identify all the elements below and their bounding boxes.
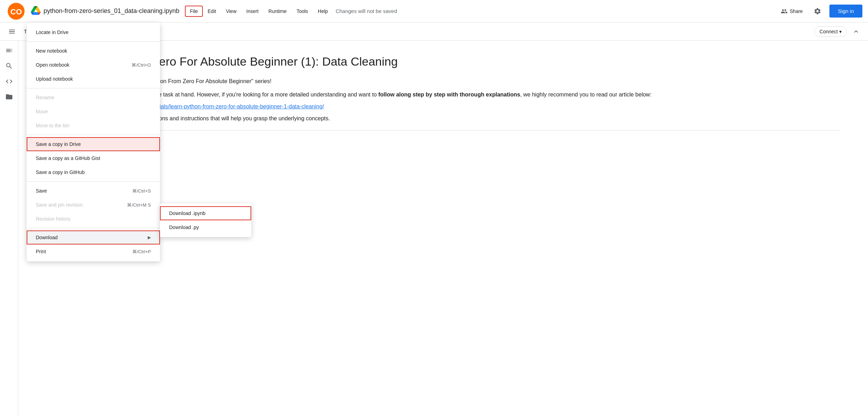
left-sidebar	[0, 41, 18, 416]
changes-warning: Changes will not be saved	[336, 8, 397, 14]
code-line2: Concatenation (combine string	[46, 157, 840, 163]
menu-item-save[interactable]: Save ⌘/Ctrl+S	[27, 184, 160, 198]
sidebar-icon-search[interactable]	[2, 59, 16, 73]
file-title: python-from-zero-series_01_data-cleaning…	[44, 7, 179, 15]
menu-item-move-to-bin: Move to the bin	[27, 119, 160, 133]
share-label: Share	[790, 8, 803, 14]
menu-item-save-github[interactable]: Save a copy in GitHub	[27, 165, 160, 179]
file-dropdown-menu: Locate in Drive New notebook Open notebo…	[27, 22, 160, 261]
menu-edit[interactable]: Edit	[203, 6, 221, 17]
menu-insert[interactable]: Insert	[241, 6, 263, 17]
menu-item-save-github-gist[interactable]: Save a copy as a GitHub Gist	[27, 151, 160, 165]
dropdown-divider-1	[27, 41, 160, 42]
sidebar-icon-variables[interactable]	[2, 74, 16, 88]
connect-button[interactable]: Connect ▾	[814, 26, 847, 37]
menu-item-download[interactable]: Download ▶	[27, 230, 160, 244]
notebook-title: Learn Python From Zero For Absolute Begi…	[46, 55, 840, 68]
colab-logo[interactable]: CO	[6, 1, 27, 22]
dropdown-divider-2	[27, 88, 160, 88]
collapse-button[interactable]	[850, 25, 862, 38]
sidebar-icon-files[interactable]	[2, 90, 16, 104]
menu-item-print[interactable]: Print ⌘/Ctrl+P	[27, 244, 160, 259]
download-submenu: Download .ipynb Download .py	[160, 203, 251, 237]
menu-help[interactable]: Help	[313, 6, 333, 17]
method-row: ▼ Method 1	[46, 137, 840, 147]
dropdown-divider-4	[27, 181, 160, 182]
menu-item-move: Move	[27, 105, 160, 119]
dropdown-divider-3	[27, 135, 160, 135]
sign-in-button[interactable]: Sign in	[829, 5, 862, 18]
notebook-para3: The article provides comprehensive expla…	[46, 114, 840, 123]
menu-bar: File Edit View Insert Runtime Tools Help…	[185, 6, 397, 17]
notebook-para2: Here, you'll find the completed full cod…	[46, 90, 840, 99]
toolbar-right: Connect ▾	[814, 25, 862, 38]
menu-item-new-notebook[interactable]: New notebook	[27, 44, 160, 58]
menu-file[interactable]: File	[185, 6, 203, 17]
top-bar-right: Share Sign in	[778, 5, 862, 18]
menu-item-save-copy-drive[interactable]: Save a copy in Drive	[27, 137, 160, 151]
connect-dropdown-icon: ▾	[839, 29, 842, 34]
menu-item-upload-notebook[interactable]: Upload notebook	[27, 72, 160, 86]
menu-item-revision-history: Revision history	[27, 212, 160, 226]
notebook-para1: Welcome to our first lesson of the "Lear…	[46, 77, 840, 86]
sidebar-icon-toc[interactable]	[2, 43, 16, 58]
menu-runtime[interactable]: Runtime	[263, 6, 292, 17]
submenu-item-download-py[interactable]: Download .py	[160, 220, 251, 234]
share-button[interactable]: Share	[778, 6, 806, 17]
download-submenu-arrow: ▶	[148, 235, 151, 240]
top-bar: CO python-from-zero-series_01_data-clean…	[0, 0, 868, 22]
menu-view[interactable]: View	[221, 6, 241, 17]
menu-item-save-pin-revision: Save and pin revision ⌘/Ctrl+M S	[27, 198, 160, 212]
drive-icon	[31, 6, 41, 16]
notebook-link[interactable]: 🔗 https://digitalhumanities.hkust.edu.hk…	[46, 103, 840, 110]
sidebar-toggle[interactable]	[6, 25, 18, 38]
svg-text:CO: CO	[11, 7, 22, 16]
menu-item-rename: Rename	[27, 90, 160, 105]
menu-item-locate-drive[interactable]: Locate in Drive	[27, 25, 160, 39]
settings-button[interactable]	[811, 5, 824, 18]
submenu-item-download-ipynb[interactable]: Download .ipynb	[160, 206, 251, 220]
menu-tools[interactable]: Tools	[292, 6, 313, 17]
code-line1: and min values)	[46, 152, 840, 157]
notebook-divider	[46, 130, 840, 130]
dropdown-divider-5	[27, 228, 160, 228]
menu-item-open-notebook[interactable]: Open notebook ⌘/Ctrl+O	[27, 58, 160, 72]
